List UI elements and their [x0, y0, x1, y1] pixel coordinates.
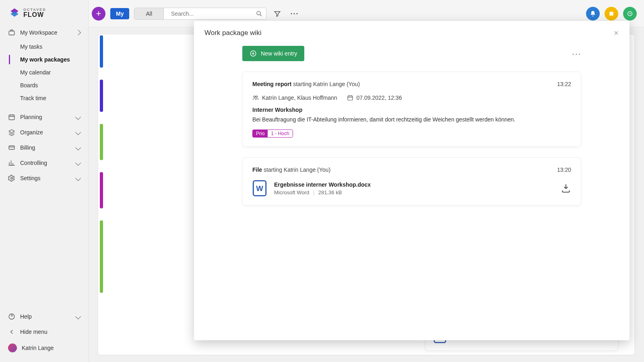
svg-text:W: W: [256, 184, 263, 193]
file-name: Ergebnisse interner Workshop.docx: [274, 181, 371, 188]
nav-help[interactable]: Help: [0, 309, 88, 324]
calendar-icon: [347, 95, 353, 101]
svg-point-5: [257, 11, 260, 15]
nav-label: Billing: [20, 144, 35, 151]
nav-organize[interactable]: Organize: [0, 125, 88, 140]
file-info: Ergebnisse interner Workshop.docx Micros…: [274, 181, 371, 195]
help-icon: [8, 313, 15, 320]
close-icon: [613, 30, 619, 36]
modal-close[interactable]: [613, 30, 619, 36]
entry-time: 13:20: [557, 167, 571, 173]
logo-icon: [9, 7, 20, 19]
nav-label: Help: [20, 313, 32, 320]
wiki-entry-file[interactable]: File starting Katrin Lange (You) 13:20 W…: [242, 157, 581, 206]
svg-point-15: [256, 96, 258, 97]
svg-point-8: [296, 13, 297, 14]
filter-all[interactable]: All: [134, 8, 163, 19]
entry-head: Meeting report starting Katrin Lange (Yo…: [252, 81, 360, 87]
nav-label: Planning: [20, 114, 42, 120]
calendar-icon: [8, 113, 15, 121]
button-label: New wiki entry: [261, 50, 297, 57]
more-button[interactable]: [288, 10, 300, 17]
wiki-entry-meeting[interactable]: Meeting report starting Katrin Lange (Yo…: [242, 72, 581, 147]
card-icon: [8, 144, 15, 151]
logo: OCTAVED FLOW: [0, 0, 88, 23]
search-input[interactable]: [167, 8, 256, 19]
gear-icon: [8, 175, 15, 182]
nav-label: Settings: [20, 175, 41, 181]
plus-circle-icon: [250, 50, 257, 57]
dots-icon: [291, 13, 298, 14]
chevron-down-icon: [75, 314, 81, 319]
svg-point-6: [291, 13, 292, 14]
svg-rect-1: [9, 115, 14, 120]
svg-rect-0: [9, 31, 14, 35]
svg-rect-2: [9, 146, 14, 150]
nav-label: Controlling: [20, 160, 47, 166]
svg-point-14: [254, 96, 255, 97]
chevron-down-icon: [75, 160, 81, 166]
nav-hide-menu[interactable]: Hide menu: [0, 324, 88, 339]
filter-button[interactable]: [271, 8, 283, 20]
filter-my[interactable]: My: [110, 8, 129, 19]
svg-point-3: [11, 177, 13, 179]
chevron-down-icon: [75, 130, 81, 135]
word-icon: W: [252, 180, 267, 196]
briefcase-icon: [8, 29, 15, 36]
search-box: [163, 8, 266, 19]
notifications-button[interactable]: [586, 7, 600, 21]
new-wiki-entry-button[interactable]: New wiki entry: [242, 46, 304, 61]
chevron-down-icon: [75, 145, 81, 150]
chevron-left-icon: [8, 328, 15, 335]
sidebar-item-boards[interactable]: Boards: [20, 79, 88, 92]
sidebar-item-my-calendar[interactable]: My calendar: [20, 66, 88, 79]
avatar: [8, 343, 17, 352]
sidebar-item-my-tasks[interactable]: My tasks: [20, 40, 88, 53]
user-name: Katrin Lange: [22, 345, 54, 351]
color-strips: [100, 35, 108, 350]
chevron-up-icon: [75, 30, 81, 35]
participants: Katrin Lange, Klaus Hoffmann: [252, 95, 337, 101]
modal-title: Work package wiki: [204, 29, 261, 37]
nav-planning[interactable]: Planning: [0, 109, 88, 125]
nav-user[interactable]: Katrin Lange: [0, 339, 88, 356]
nav-my-workspace[interactable]: My Workspace: [0, 25, 88, 40]
sidebar: OCTAVED FLOW My Workspace My tasks My wo…: [0, 0, 89, 362]
notes-button[interactable]: [605, 7, 618, 21]
funnel-icon: [274, 10, 281, 17]
timer-button[interactable]: [623, 7, 637, 21]
sidebar-item-track-time[interactable]: Track time: [20, 92, 88, 105]
nav-controlling[interactable]: Controlling: [0, 155, 88, 171]
add-button[interactable]: +: [92, 7, 105, 21]
file-meta: Microsoft Word | 281,36 kB: [274, 189, 371, 195]
entry-time: 13:22: [557, 81, 571, 87]
chevron-down-icon: [75, 175, 81, 181]
svg-rect-9: [609, 12, 613, 15]
nav-billing[interactable]: Billing: [0, 140, 88, 155]
brand-bottom: FLOW: [23, 12, 46, 18]
download-button[interactable]: [561, 183, 571, 193]
clock-icon: [627, 10, 633, 17]
nav-label: Organize: [20, 129, 43, 136]
people-icon: [252, 95, 259, 101]
wiki-modal: Work package wiki New wiki entry ··· Mee…: [194, 21, 630, 340]
bell-icon: [590, 10, 596, 17]
entry-date: 07.09.2022, 12:36: [347, 95, 402, 101]
entry-body: Bei Beauftragung die IT-Abteilung inform…: [252, 115, 571, 124]
chart-icon: [8, 159, 15, 167]
wiki-more[interactable]: ···: [572, 49, 581, 58]
note-icon: [609, 11, 614, 16]
nav-label: My Workspace: [20, 29, 57, 36]
priority-badge: Prio 1 - Hoch: [252, 130, 293, 138]
chevron-down-icon: [75, 114, 81, 120]
download-icon: [561, 183, 571, 193]
entry-head: File starting Katrin Lange (You): [252, 167, 330, 173]
entry-subject: Interner Workshop: [252, 107, 571, 113]
nav-settings[interactable]: Settings: [0, 171, 88, 186]
search-icon[interactable]: [256, 10, 263, 17]
sidebar-item-my-work-packages[interactable]: My work packages: [20, 53, 88, 66]
layers-icon: [8, 129, 15, 136]
nav-label: Hide menu: [20, 329, 47, 335]
svg-rect-16: [348, 96, 353, 100]
svg-point-7: [293, 13, 295, 14]
